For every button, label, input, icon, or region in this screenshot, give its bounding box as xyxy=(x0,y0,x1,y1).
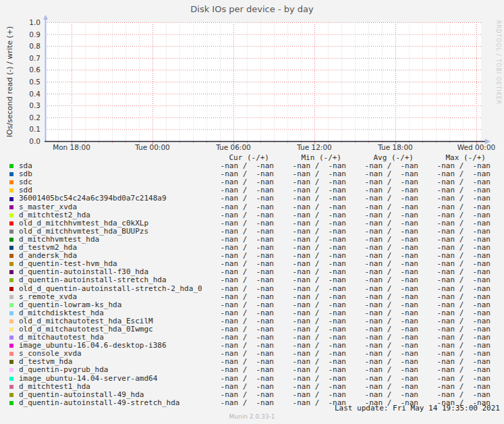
series-color-swatch xyxy=(9,360,13,364)
series-label: d_quentin-autoinstall-49-stretch_hda xyxy=(19,399,202,407)
series-value-cur: -nan / -nan xyxy=(202,276,274,284)
series-label: 36001405bc54c24a6c394bd0a7c2148a9 xyxy=(19,194,202,203)
series-label: d_mitchtest2_hda xyxy=(19,211,202,219)
y-axis-arrow-icon xyxy=(43,15,48,20)
series-value-min: -nan / -nan xyxy=(274,293,346,301)
y-tick-label: 0.3 xyxy=(0,101,40,109)
x-tick-label: Tue 12:00 xyxy=(286,143,343,151)
series-value-min: -nan / -nan xyxy=(274,203,346,211)
series-value-max: -nan / -nan xyxy=(418,301,491,309)
series-value-avg: -nan / -nan xyxy=(346,285,418,293)
series-value-max: -nan / -nan xyxy=(418,383,491,391)
y-tick-label: 0.6 xyxy=(0,65,40,74)
series-value-min: -nan / -nan xyxy=(274,285,346,293)
series-color-swatch xyxy=(9,287,13,291)
series-label: s_console_xvda xyxy=(19,350,202,358)
series-value-cur: -nan / -nan xyxy=(202,383,274,391)
munin-graph: Disk IOs per device - by day IOs/second … xyxy=(0,0,504,424)
series-value-max: -nan / -nan xyxy=(418,391,491,399)
series-color-swatch xyxy=(9,230,13,234)
series-value-cur: -nan / -nan xyxy=(202,293,274,301)
series-value-cur: -nan / -nan xyxy=(202,366,274,374)
series-value-cur: -nan / -nan xyxy=(202,375,274,383)
series-label: d_mitchautotest_hda xyxy=(19,334,202,342)
series-value-cur: -nan / -nan xyxy=(202,285,274,293)
y-tick-label: 0.9 xyxy=(0,30,40,38)
series-color-swatch xyxy=(9,270,13,274)
plot-area xyxy=(45,22,481,141)
series-value-avg: -nan / -nan xyxy=(346,301,418,309)
legend-row: 36001405bc54c24a6c394bd0a7c2148a9-nan / … xyxy=(9,194,491,203)
y-tick-label: 0.1 xyxy=(0,125,40,133)
series-color-swatch xyxy=(9,385,13,389)
series-label: old_d_mitchautotest_hda_EscilM xyxy=(19,317,202,325)
x-tick-label: Mon 18:00 xyxy=(43,143,100,151)
series-color-swatch xyxy=(9,172,13,176)
series-label: d_testvm_hda xyxy=(19,358,202,366)
legend-row: d_quentin-autoinstall-49_hda-nan / -nan-… xyxy=(9,391,491,399)
x-tick-label: Tue 18:00 xyxy=(367,143,424,151)
series-value-min: -nan / -nan xyxy=(274,375,346,383)
series-label: sdb xyxy=(19,170,202,178)
series-color-swatch xyxy=(9,205,13,209)
series-color-swatch xyxy=(9,238,13,242)
legend: Cur (-/+) Min (-/+) Avg (-/+) Max (-/+) … xyxy=(9,154,491,407)
x-tick-label: Tue 00:00 xyxy=(124,143,181,151)
series-label: s_remote_xvda xyxy=(19,293,202,301)
series-value-avg: -nan / -nan xyxy=(346,375,418,383)
series-color-swatch xyxy=(9,254,13,258)
series-color-swatch xyxy=(9,164,13,168)
series-label: old_d_mitchautotest_hda_0Iwmgc xyxy=(19,325,202,334)
y-tick-label: 0.4 xyxy=(0,90,40,98)
x-tick-label: Tue 06:00 xyxy=(205,143,262,151)
series-value-avg: -nan / -nan xyxy=(346,194,418,203)
series-color-swatch xyxy=(9,327,13,332)
series-color-swatch xyxy=(9,180,13,184)
series-value-max: -nan / -nan xyxy=(418,203,491,211)
series-color-swatch xyxy=(9,221,13,226)
legend-row: d_quentin-autoinstall-stretch_hda-nan / … xyxy=(9,276,491,284)
series-value-avg: -nan / -nan xyxy=(346,293,418,301)
series-value-avg: -nan / -nan xyxy=(346,203,418,211)
series-color-swatch xyxy=(9,197,13,201)
series-color-swatch xyxy=(9,213,13,217)
legend-row: image_ubuntu-14.04-server-amd64-nan / -n… xyxy=(9,375,491,383)
legend-row: d_quentin-pvgrub_hda-nan / -nan-nan / -n… xyxy=(9,366,491,374)
series-value-avg: -nan / -nan xyxy=(346,366,418,374)
rrdtool-watermark: RRDTOOL / TOBI OETIKER xyxy=(495,20,501,105)
series-value-max: -nan / -nan xyxy=(418,194,491,203)
series-value-avg: -nan / -nan xyxy=(346,211,418,219)
series-label: old_d_quentin-autoinstall-stretch-2_hda_… xyxy=(19,285,202,293)
series-value-avg: -nan / -nan xyxy=(346,391,418,399)
series-label: d_quentin-autoinstall-49_hda xyxy=(19,391,202,399)
legend-row: d_mitchtest1_hda-nan / -nan-nan / -nan-n… xyxy=(9,383,491,391)
x-tick-label: Wed 00:00 xyxy=(448,143,504,151)
legend-rows: sda-nan / -nan-nan / -nan-nan / -nan-nan… xyxy=(9,162,491,407)
series-color-swatch xyxy=(9,246,13,250)
series-label: d_mitchdisktest_hda xyxy=(19,309,202,317)
series-label: d_quentin-autoinstall-f30_hda xyxy=(19,268,202,276)
series-color-swatch xyxy=(9,262,13,266)
series-label: old_d_mitchhvmtest_hda_c0kXLp xyxy=(19,219,202,228)
series-color-swatch xyxy=(9,278,13,282)
munin-version: Munin 2.0.33-1 xyxy=(0,413,504,420)
series-label: d_andersk_hda xyxy=(19,252,202,260)
series-value-max: -nan / -nan xyxy=(418,293,491,301)
series-label: d_mitchtest1_hda xyxy=(19,383,202,391)
series-value-max: -nan / -nan xyxy=(418,211,491,219)
series-value-cur: -nan / -nan xyxy=(202,391,274,399)
y-tick-label: 0.7 xyxy=(0,54,40,62)
series-label: d_mitchhvmtest_hda xyxy=(19,236,202,244)
series-value-min: -nan / -nan xyxy=(274,391,346,399)
series-label: s_master_xvda xyxy=(19,203,202,211)
legend-row: s_remote_xvda-nan / -nan-nan / -nan-nan … xyxy=(9,293,491,301)
series-value-max: -nan / -nan xyxy=(418,276,491,284)
series-value-min: -nan / -nan xyxy=(274,194,346,203)
series-color-swatch xyxy=(9,344,13,348)
series-value-cur: -nan / -nan xyxy=(202,203,274,211)
legend-row: d_quentin-lowram-ks_hda-nan / -nan-nan /… xyxy=(9,301,491,309)
series-value-avg: -nan / -nan xyxy=(346,383,418,391)
series-value-cur: -nan / -nan xyxy=(202,194,274,203)
series-value-avg: -nan / -nan xyxy=(346,276,418,284)
series-label: sdd xyxy=(19,186,202,194)
